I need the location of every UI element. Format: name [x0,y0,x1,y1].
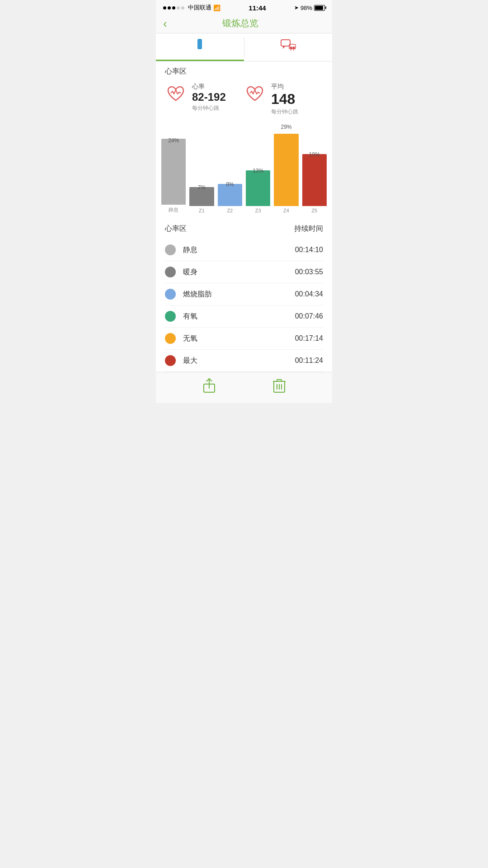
hr-range-text: 心率 82-192 每分钟心跳 [192,83,226,112]
bottom-toolbar [156,372,332,403]
zone-header-time: 持续时间 [294,224,323,234]
bar-pct-Z4: 29% [274,124,298,130]
zone-row: 燃烧脂肪00:04:34 [165,283,323,305]
bar-label-Z2: Z2 [227,208,233,213]
hr-range-value: 82-192 [192,92,226,103]
svg-rect-0 [281,40,290,46]
bar-label-Z3: Z3 [255,208,261,213]
bar-pct-Z2: 8% [218,181,242,188]
zone-row: 暖身00:03:55 [165,261,323,283]
hr-avg-label: 平均 [271,83,298,91]
nav-bar: ‹ 锻炼总览 [156,14,332,33]
zone-dot [165,267,176,277]
hr-range-unit: 每分钟心跳 [192,104,226,112]
bar-group-静息: 24%静息 [161,134,186,213]
tab-list[interactable] [156,33,244,61]
list-icon [197,39,202,49]
status-right: ➤ 98% [294,5,325,11]
svg-marker-1 [283,46,286,49]
bar-pct-静息: 24% [161,137,186,144]
wifi-icon: 📶 [213,5,221,11]
section-header: 心率区 [156,61,332,78]
hr-range-label: 心率 [192,83,226,91]
heart-icon-avg [244,83,266,104]
zone-rows: 静息00:14:10暖身00:03:55燃烧脂肪00:04:34有氧00:07:… [165,239,323,372]
carrier-label: 中国联通 [188,4,211,12]
share-button[interactable] [202,378,216,394]
zone-time: 00:03:55 [295,268,323,276]
hr-avg-text: 平均 148 每分钟心跳 [271,83,298,116]
zone-time: 00:11:24 [295,357,323,365]
zone-row: 静息00:14:10 [165,239,323,261]
bar-group-Z1: 7%Z1 [189,134,214,213]
zone-name: 静息 [183,245,295,255]
zone-row: 最大00:11:24 [165,350,323,372]
zone-name: 无氧 [183,334,295,343]
bar-pct-Z3: 13% [246,168,270,174]
zone-dot [165,311,176,322]
zone-time: 00:17:14 [295,334,323,343]
zone-dot [165,244,176,255]
zone-dot [165,355,176,366]
status-bar: 中国联通 📶 11:44 ➤ 98% [156,0,332,14]
hr-avg-value: 148 [271,92,298,106]
bar-Z3 [246,170,270,206]
hr-stat-avg: 平均 148 每分钟心跳 [244,83,323,116]
main-content: 心率区 心率 82-192 每分钟心跳 [156,61,332,372]
status-left: 中国联通 📶 [163,4,221,12]
status-time: 11:44 [249,4,266,12]
tab-social[interactable] [244,33,333,61]
tab-bar [156,33,332,61]
zone-time: 00:14:10 [295,246,323,254]
location-icon: ➤ [294,5,299,11]
bar-label-静息: 静息 [169,206,178,213]
social-icon [280,39,296,56]
svg-rect-11 [277,380,282,381]
zone-dot [165,333,176,344]
page-title: 锻炼总览 [167,17,314,29]
bar-静息 [161,139,186,205]
battery-percent: 98% [300,5,312,11]
bar-pct-Z1: 7% [189,184,214,191]
heart-icon-range [165,83,187,104]
bar-pct-Z5: 19% [302,151,327,158]
zone-row: 有氧00:07:46 [165,305,323,328]
hr-avg-unit: 每分钟心跳 [271,108,298,116]
bar-group-Z2: 8%Z2 [218,134,242,213]
zone-time: 00:07:46 [295,312,323,320]
battery-icon [314,5,325,11]
back-button[interactable]: ‹ [163,18,167,29]
bar-group-Z4: 29%Z4 [274,134,298,213]
bar-label-Z1: Z1 [199,208,205,213]
zone-row: 无氧00:17:14 [165,328,323,350]
zone-dot [165,289,176,300]
bar-chart: 24%静息7%Z18%Z213%Z329%Z419%Z5 [156,123,332,217]
zone-name: 有氧 [183,312,295,321]
chart-bars: 24%静息7%Z18%Z213%Z329%Z419%Z5 [161,123,327,213]
delete-button[interactable] [272,378,286,394]
zone-name: 燃烧脂肪 [183,290,295,299]
bar-label-Z5: Z5 [311,208,317,213]
heart-rate-stats: 心率 82-192 每分钟心跳 平均 148 每分钟心跳 [156,78,332,123]
zone-name: 最大 [183,356,295,366]
zone-name: 暖身 [183,267,295,277]
zone-table-header: 心率区 持续时间 [165,224,323,234]
zone-time: 00:04:34 [295,290,323,298]
bar-Z4 [274,134,298,206]
hr-stat-range: 心率 82-192 每分钟心跳 [165,83,244,116]
bar-group-Z5: 19%Z5 [302,134,327,213]
zone-section: 心率区 持续时间 静息00:14:10暖身00:03:55燃烧脂肪00:04:3… [156,217,332,372]
zone-header-label: 心率区 [165,224,187,234]
bar-group-Z3: 13%Z3 [246,134,270,213]
signal-dots [163,6,184,9]
bar-label-Z4: Z4 [283,208,289,213]
bar-Z5 [302,154,327,206]
